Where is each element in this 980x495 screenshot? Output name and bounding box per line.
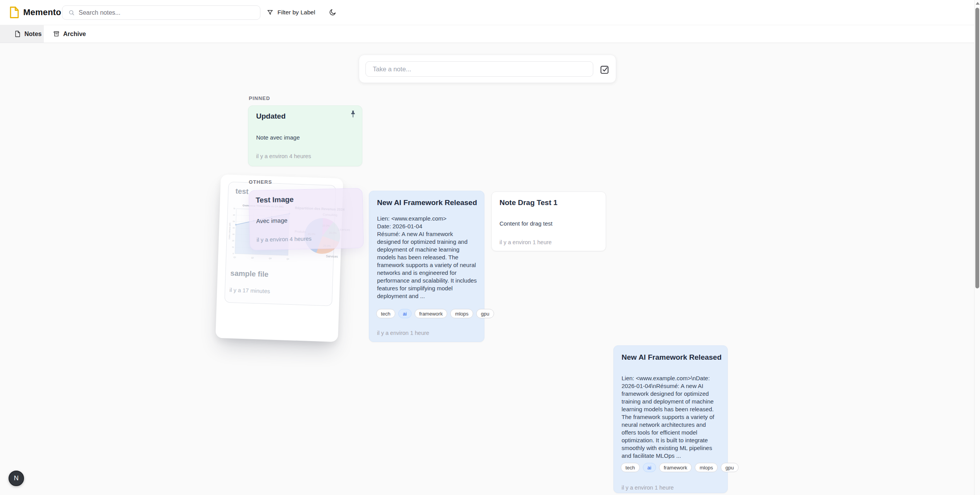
scrollbar-track[interactable] <box>974 0 980 495</box>
tab-archive[interactable]: Archive <box>53 25 96 43</box>
tab-archive-label: Archive <box>63 31 86 38</box>
note-composer <box>359 55 616 83</box>
tag-mlops[interactable]: mlops <box>695 463 718 472</box>
svg-text:40: 40 <box>233 227 235 229</box>
tag-mlops[interactable]: mlops <box>450 309 473 318</box>
user-avatar[interactable]: N <box>9 471 24 486</box>
sample-note-timestamp: il y a 17 minutes <box>229 287 270 294</box>
note-timestamp: il y a environ 1 heure <box>622 485 674 491</box>
note-timestamp: il y a environ 1 heure <box>499 239 552 245</box>
tag-framework[interactable]: framework <box>659 463 692 472</box>
tab-notes[interactable]: Notes <box>0 25 44 43</box>
svg-text:60: 60 <box>233 214 235 216</box>
tag-tech[interactable]: tech <box>376 309 395 318</box>
note-card-updated[interactable]: Updated Note avec image il y a environ 4… <box>248 105 362 166</box>
check-square-icon <box>599 65 610 75</box>
search-box[interactable] <box>62 5 260 20</box>
svg-text:Q2: Q2 <box>251 257 254 259</box>
note-body: Lien: <www.example.com>\nDate: 2026-01-0… <box>622 374 720 460</box>
svg-text:20: 20 <box>232 240 234 242</box>
svg-text:Q1: Q1 <box>234 256 236 258</box>
take-a-note-input[interactable] <box>366 62 593 76</box>
svg-text:50: 50 <box>233 221 235 222</box>
search-icon <box>68 9 75 16</box>
note-timestamp: il y a environ 1 heure <box>377 330 429 336</box>
pin-icon[interactable] <box>349 110 357 119</box>
sample-note-title: sample file <box>230 269 269 279</box>
archive-icon <box>53 31 60 37</box>
tag-ai[interactable]: ai <box>643 463 656 472</box>
tag-gpu[interactable]: gpu <box>476 309 494 318</box>
drag-ghost-note-card[interactable]: Test Image Avec image il y a environ 4 h… <box>248 188 363 250</box>
note-title: Updated <box>256 112 286 121</box>
search-input[interactable] <box>79 9 249 16</box>
svg-text:Q3: Q3 <box>269 257 272 259</box>
note-card-ai-framework[interactable]: New AI Framework Released Lien: <www.exa… <box>369 191 484 342</box>
tag-row: tech ai framework mlops gpu <box>621 463 739 472</box>
funnel-icon <box>267 9 274 16</box>
avatar-initial: N <box>14 474 19 482</box>
svg-text:0: 0 <box>233 253 234 255</box>
tag-framework[interactable]: framework <box>415 309 448 318</box>
tab-notes-label: Notes <box>24 31 41 38</box>
section-label-pinned: PINNED <box>249 95 270 101</box>
note-body: Content for drag test <box>499 220 599 228</box>
svg-text:30: 30 <box>232 233 234 235</box>
ghost-note-title: Test Image <box>256 195 294 205</box>
note-body: Lien: <www.example.com> Date: 2026-01-04… <box>377 215 477 300</box>
ghost-note-body: Avec image <box>256 217 288 225</box>
tab-bar: Notes Archive <box>0 25 980 43</box>
note-card-drag-test[interactable]: Note Drag Test 1 Content for drag test i… <box>491 191 606 251</box>
scrollbar-thumb[interactable] <box>975 8 979 288</box>
composer-confirm-button[interactable] <box>599 64 610 75</box>
tag-gpu[interactable]: gpu <box>721 463 739 472</box>
svg-text:70: 70 <box>233 208 236 210</box>
tag-tech[interactable]: tech <box>621 463 640 472</box>
moon-icon <box>329 9 336 16</box>
note-body: Note avec image <box>256 134 355 141</box>
tag-ai[interactable]: ai <box>398 309 412 318</box>
tag-row: tech ai framework mlops gpu <box>376 309 494 318</box>
theme-toggle-button[interactable] <box>329 7 339 18</box>
filter-by-label-text: Filter by Label <box>277 9 315 16</box>
note-title: New AI Framework Released <box>377 198 477 207</box>
dragged-note-title: test <box>235 187 249 196</box>
note-timestamp: il y a environ 4 heures <box>256 153 311 159</box>
memento-app: Memento Filter by Label Notes <box>0 0 980 495</box>
take-a-note-field[interactable] <box>365 61 593 77</box>
svg-text:10: 10 <box>232 246 234 248</box>
file-icon <box>14 31 21 37</box>
note-title: New AI Framework Released <box>622 353 722 362</box>
scrollbar-up-arrow-icon[interactable] <box>976 2 980 5</box>
svg-text:Chiffre d'affaires (M€): Chiffre d'affaires (M€) <box>228 222 231 239</box>
ghost-note-timestamp: il y a environ 4 heures <box>257 236 312 243</box>
filter-by-label-button[interactable]: Filter by Label <box>267 6 315 19</box>
note-title: Note Drag Test 1 <box>499 198 558 207</box>
memento-logo-icon <box>9 6 20 19</box>
app-title: Memento <box>23 7 61 17</box>
section-label-others: OTHERS <box>249 179 272 185</box>
note-card-ai-framework-2[interactable]: New AI Framework Released Lien: <www.exa… <box>613 345 728 493</box>
header: Memento Filter by Label <box>0 0 980 25</box>
